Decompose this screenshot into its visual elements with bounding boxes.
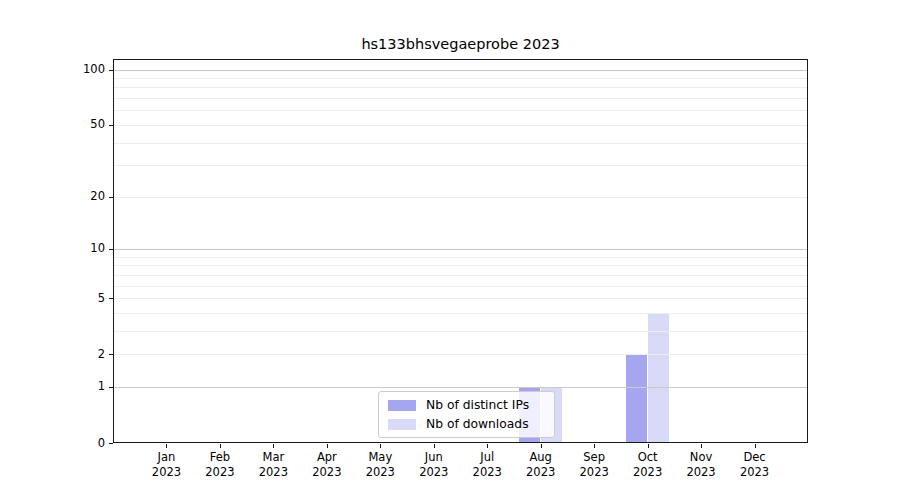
y-tick-label: 20 [59, 189, 105, 204]
y-tick [109, 443, 113, 444]
bar-chart: hs133bhsvegaeprobe 2023 Nb of distinct I… [0, 0, 900, 500]
y-tick [109, 354, 113, 355]
y-tick [109, 70, 113, 71]
y-tick-label: 10 [59, 241, 105, 256]
y-tick-label: 5 [59, 291, 105, 306]
x-tick [166, 444, 167, 448]
x-tick-label: Dec 2023 [723, 450, 787, 480]
y-tick-label: 2 [59, 347, 105, 362]
legend: Nb of distinct IPs Nb of downloads [378, 391, 555, 438]
x-tick [541, 444, 542, 448]
x-tick [220, 444, 221, 448]
x-tick [434, 444, 435, 448]
legend-swatch-downloads [388, 419, 416, 430]
x-tick [701, 444, 702, 448]
y-tick [109, 125, 113, 126]
legend-swatch-distinct-ips [388, 400, 416, 411]
y-tick-label: 100 [59, 62, 105, 77]
y-tick-label: 50 [59, 117, 105, 132]
y-tick [109, 298, 113, 299]
x-tick [755, 444, 756, 448]
chart-title: hs133bhsvegaeprobe 2023 [113, 36, 808, 52]
legend-item-downloads: Nb of downloads [388, 417, 545, 431]
y-tick-label: 1 [59, 379, 105, 394]
x-tick [648, 444, 649, 448]
legend-label-distinct-ips: Nb of distinct IPs [426, 398, 529, 412]
x-tick [273, 444, 274, 448]
y-tick [109, 387, 113, 388]
y-tick-label: 0 [59, 436, 105, 451]
x-tick [594, 444, 595, 448]
x-tick [487, 444, 488, 448]
plot-area [113, 59, 808, 443]
y-tick [109, 197, 113, 198]
legend-item-distinct-ips: Nb of distinct IPs [388, 398, 545, 412]
legend-label-downloads: Nb of downloads [426, 417, 529, 431]
y-tick [109, 249, 113, 250]
x-tick [327, 444, 328, 448]
x-tick [380, 444, 381, 448]
